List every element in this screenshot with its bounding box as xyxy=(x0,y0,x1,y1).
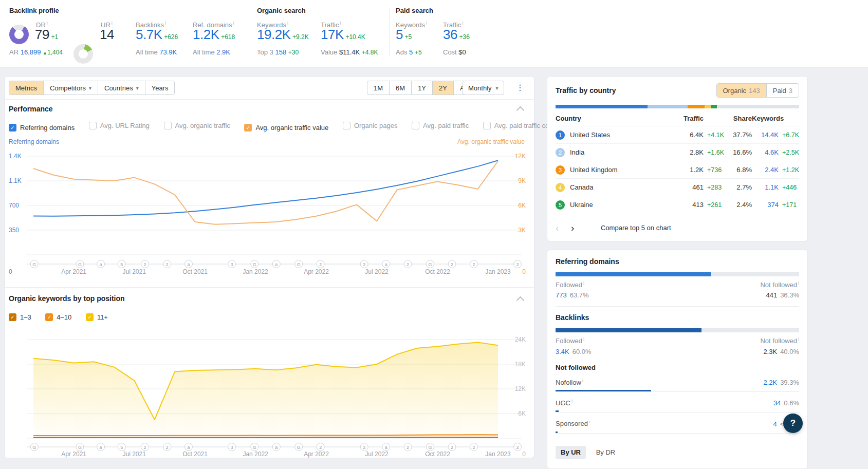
country-share-bar xyxy=(556,105,799,108)
svg-text:a: a xyxy=(100,445,102,450)
organic-search-title: Organic search xyxy=(257,7,306,14)
country-row-united-states[interactable]: 1United States 6.4K +4.1K 37.7% 14.4K +6… xyxy=(556,126,799,143)
followed-label: Followedi xyxy=(556,336,584,345)
ar-value-link[interactable]: 16,899 xyxy=(21,48,41,56)
ref-domains-value-link[interactable]: 1.2K xyxy=(193,27,219,42)
checkbox-icon: ✓ xyxy=(244,124,252,132)
info-icon[interactable]: i xyxy=(798,280,799,286)
ahrefs-dashboard: Backlink profile DRi 79 +1 AR 16,899 ▲1,… xyxy=(0,0,868,469)
range-6m[interactable]: 6M xyxy=(389,81,411,95)
svg-text:a: a xyxy=(275,262,278,267)
tab-metrics[interactable]: Metrics xyxy=(9,81,43,95)
svg-text:Jul 2022: Jul 2022 xyxy=(365,451,389,458)
checkbox-avg-url-rating[interactable]: Avg. URL Rating xyxy=(89,122,150,129)
svg-text:2: 2 xyxy=(143,262,146,267)
svg-text:2: 2 xyxy=(363,445,365,450)
info-icon[interactable]: i xyxy=(798,336,799,342)
ur-donut xyxy=(73,44,93,64)
checkbox-pos-1-3[interactable]: ✓1–3 xyxy=(9,313,31,321)
svg-text:G: G xyxy=(429,262,432,267)
backlinks-value: 5.7K +626 xyxy=(136,27,178,43)
checkbox-icon: ✓ xyxy=(86,313,94,321)
svg-text:Oct 2022: Oct 2022 xyxy=(425,451,450,458)
tab-by-dr[interactable]: By DR xyxy=(591,446,621,459)
info-icon[interactable]: i xyxy=(165,21,166,26)
not-followed-section-title: Not followed xyxy=(556,364,799,371)
checkbox-icon xyxy=(412,122,419,129)
info-icon[interactable]: i xyxy=(426,21,427,26)
paid-traffic-subline: Cost $0 xyxy=(443,48,466,56)
svg-text:Apr 2022: Apr 2022 xyxy=(304,451,329,458)
chevron-down-icon: ▾ xyxy=(89,85,91,91)
info-icon[interactable]: i xyxy=(340,21,341,26)
followed-values: 3.4K60.0% xyxy=(556,348,592,355)
checkbox-pos-11plus[interactable]: ✓11+ xyxy=(86,313,108,321)
svg-text:2: 2 xyxy=(407,262,409,267)
country-row-canada[interactable]: 4Canada 461 +283 2.7% 1.1K +446 xyxy=(556,178,799,196)
toggle-paid[interactable]: Paid3 xyxy=(766,84,799,97)
chevron-right-icon[interactable]: › xyxy=(571,223,586,233)
info-icon[interactable]: i xyxy=(583,336,584,342)
compare-top5-link[interactable]: Compare top 5 on chart xyxy=(601,224,671,232)
ugc-row: UGCi 340.6% xyxy=(556,399,799,412)
followed-values: 77363.7% xyxy=(556,291,589,299)
checkbox-avg-paid-traffic[interactable]: Avg. paid traffic xyxy=(412,122,469,129)
country-row-united-kingdom[interactable]: 3United Kingdom 1.2K +736 6.8% 2.4K +1.2… xyxy=(556,161,799,178)
info-icon[interactable]: i xyxy=(462,21,463,26)
sponsored-label: Sponsoredi xyxy=(556,419,590,427)
chevron-left-icon[interactable]: ‹ xyxy=(556,223,571,233)
svg-text:5: 5 xyxy=(120,445,123,450)
checkbox-avg-paid-traffic-cost[interactable]: Avg. paid traffic cost xyxy=(483,122,555,129)
collapse-icon[interactable] xyxy=(516,296,525,305)
backlinks-value-link[interactable]: 5.7K xyxy=(136,27,162,42)
divider xyxy=(250,8,250,57)
svg-text:5: 5 xyxy=(120,262,123,267)
svg-text:1.1K: 1.1K xyxy=(9,177,22,184)
range-1m[interactable]: 1M xyxy=(367,81,389,95)
country-table: Country Traffic Share Keywords 1United S… xyxy=(556,110,799,213)
checkbox-pos-4-10[interactable]: ✓4–10 xyxy=(45,313,71,321)
right-axis-legend: Avg. organic traffic value xyxy=(457,138,525,145)
performance-title: Performance xyxy=(9,105,53,113)
tab-years[interactable]: Years xyxy=(145,81,175,95)
checkbox-avg-organic-traffic[interactable]: Avg. organic traffic xyxy=(164,122,230,129)
svg-text:G: G xyxy=(253,262,256,267)
tab-by-ur[interactable]: By UR xyxy=(556,446,586,459)
checkbox-avg-organic-traffic-value[interactable]: ✓Avg. organic traffic value xyxy=(244,124,328,132)
tab-competitors[interactable]: Competitors▾ xyxy=(43,81,98,95)
info-icon[interactable]: i xyxy=(287,21,288,26)
left-axis-legend: Referring domains xyxy=(9,138,59,145)
range-1y[interactable]: 1Y xyxy=(411,81,432,95)
kebab-menu-icon[interactable]: ⋮ xyxy=(516,84,524,92)
collapse-icon[interactable] xyxy=(516,106,525,115)
ref-domains-value: 1.2K +618 xyxy=(193,27,235,43)
info-icon[interactable]: i xyxy=(571,399,572,404)
info-icon[interactable]: i xyxy=(589,419,590,424)
toggle-organic[interactable]: Organic143 xyxy=(717,84,766,97)
country-pager: ‹ › Compare top 5 on chart xyxy=(547,215,807,240)
checkbox-referring-domains[interactable]: ✓Referring domains xyxy=(9,124,75,132)
svg-text:a: a xyxy=(275,445,278,450)
svg-text:2: 2 xyxy=(166,262,169,267)
info-icon[interactable]: i xyxy=(583,280,584,286)
svg-text:12K: 12K xyxy=(515,153,526,160)
backlinks-title: Backlinks xyxy=(556,313,799,322)
country-row-ukraine[interactable]: 5Ukraine 413 +261 2.4% 374 +171 xyxy=(556,196,799,213)
info-icon[interactable]: i xyxy=(47,21,48,26)
tab-countries[interactable]: Countries▾ xyxy=(98,81,145,95)
svg-text:2: 2 xyxy=(319,445,322,450)
paid-traffic-value: 36 +36 xyxy=(443,27,470,43)
svg-text:Apr 2022: Apr 2022 xyxy=(304,268,329,275)
range-2y[interactable]: 2Y xyxy=(432,81,453,95)
info-icon[interactable]: i xyxy=(112,21,113,26)
date-range-group: 1M 6M 1Y 2Y All xyxy=(367,81,474,95)
granularity-select[interactable]: Monthly▾ xyxy=(463,81,504,95)
checkbox-organic-pages[interactable]: Organic pages xyxy=(343,122,398,129)
info-icon[interactable]: i xyxy=(233,21,234,26)
svg-text:G: G xyxy=(429,445,432,450)
help-button[interactable]: ? xyxy=(783,414,803,433)
info-icon[interactable]: i xyxy=(582,378,583,383)
chevron-down-icon: ▾ xyxy=(496,85,498,91)
paid-keywords-subline: Ads 5 +5 xyxy=(396,48,422,56)
country-row-india[interactable]: 2India 2.8K +1.6K 16.6% 4.6K +2.5K xyxy=(556,143,799,161)
